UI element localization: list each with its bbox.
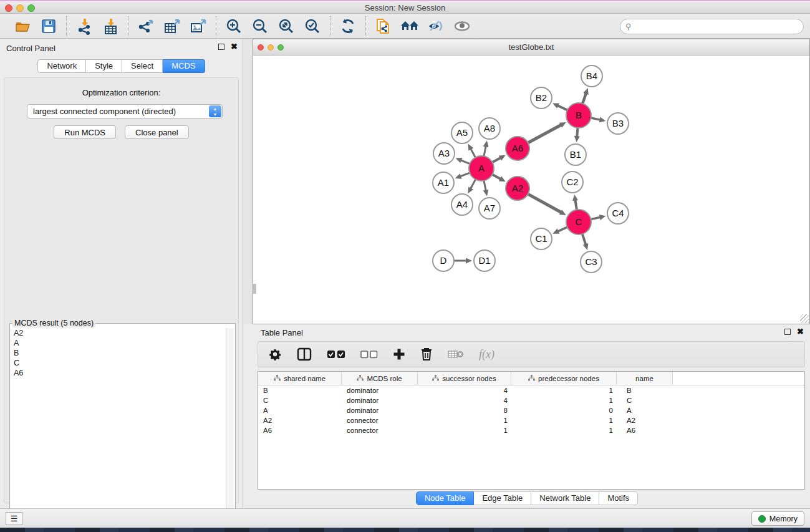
zoom-selected-icon[interactable] [303, 17, 322, 36]
zoom-in-icon[interactable] [224, 17, 243, 36]
delete-table-icon[interactable] [448, 346, 464, 363]
optimization-criterion-select[interactable]: largest connected component (directed) ▲… [27, 104, 223, 118]
result-list-item[interactable]: A6 [11, 368, 226, 378]
select-all-checkboxes-icon[interactable] [327, 346, 345, 363]
table-cell[interactable]: 1 [511, 425, 617, 435]
table-cell[interactable]: A [258, 405, 342, 415]
network-graph[interactable]: AA2A6BCA1A3A4A5A7A8B1B2B3B4C1C2C3C4DD1 [253, 56, 809, 324]
tab-select[interactable]: Select [122, 59, 163, 73]
table-cell[interactable]: connector [342, 425, 418, 435]
graph-edge[interactable] [591, 217, 600, 219]
graph-edge[interactable] [471, 148, 476, 157]
result-list-item[interactable]: C [11, 358, 226, 368]
table-row[interactable]: Cdominator41C [258, 395, 804, 405]
table-cell[interactable]: 1 [511, 385, 617, 395]
canvas-vscroll-thumb[interactable] [253, 284, 256, 294]
memory-button[interactable]: Memory [751, 511, 804, 526]
close-panel-button[interactable]: Close panel [125, 125, 189, 139]
tab-mcds[interactable]: MCDS [163, 59, 205, 73]
table-cell[interactable]: B [258, 385, 342, 395]
graph-edge[interactable] [557, 227, 567, 231]
table-cell[interactable]: 1 [418, 415, 511, 425]
close-panel-icon[interactable]: ✖ [231, 44, 238, 50]
graph-edge[interactable] [582, 234, 586, 244]
refresh-icon[interactable] [339, 17, 357, 36]
home-layout-icon[interactable] [400, 17, 419, 36]
table-cell[interactable]: dominator [342, 385, 418, 395]
graph-edge[interactable] [471, 180, 476, 189]
column-chooser-icon[interactable] [297, 346, 312, 363]
tab-network-table[interactable]: Network Table [531, 491, 599, 505]
column-header-predecessor-nodes[interactable]: predecessor nodes [511, 372, 617, 385]
gear-icon[interactable] [268, 346, 282, 363]
network-from-file-icon[interactable] [374, 17, 393, 36]
graph-edge[interactable] [582, 94, 586, 104]
network-canvas[interactable]: AA2A6BCA1A3A4A5A7A8B1B2B3B4C1C2C3C4DD1 [253, 56, 809, 324]
tab-network[interactable]: Network [37, 59, 86, 73]
column-header-shared-name[interactable]: shared name [258, 372, 342, 385]
table-row[interactable]: A6connector11A6 [258, 425, 804, 435]
graph-edge[interactable] [460, 173, 470, 177]
table-cell[interactable]: A [617, 405, 673, 415]
table-cell[interactable]: 8 [418, 405, 511, 415]
table-cell[interactable]: C [617, 395, 673, 405]
table-cell[interactable]: 4 [418, 385, 511, 395]
network-window-titlebar[interactable]: testGlobe.txt [253, 39, 809, 56]
result-list-item[interactable]: A [11, 338, 226, 348]
resize-grip-icon[interactable] [800, 314, 809, 323]
tab-style[interactable]: Style [86, 59, 122, 73]
import-table-icon[interactable] [101, 17, 120, 36]
table-cell[interactable]: connector [342, 415, 418, 425]
export-table-icon[interactable] [163, 17, 181, 36]
table-cell[interactable]: 4 [418, 395, 511, 405]
table-cell[interactable]: A2 [258, 415, 342, 425]
table-cell[interactable]: A6 [617, 425, 673, 435]
column-header-name[interactable]: name [617, 372, 673, 385]
tab-node-table[interactable]: Node Table [416, 491, 475, 505]
graph-edge[interactable] [528, 125, 561, 143]
task-history-button[interactable]: ☰ [6, 512, 22, 525]
deselect-checkboxes-icon[interactable] [360, 346, 378, 363]
result-scrollbar[interactable] [226, 328, 234, 532]
open-folder-icon[interactable] [13, 17, 32, 36]
table-cell[interactable]: B [617, 385, 673, 395]
graph-edge[interactable] [575, 200, 576, 210]
table-cell[interactable]: 1 [418, 425, 511, 435]
graph-edge[interactable] [484, 181, 486, 191]
graph-edge[interactable] [557, 105, 567, 110]
table-cell[interactable]: dominator [342, 405, 418, 415]
graph-edge[interactable] [461, 160, 470, 164]
float-table-panel-icon[interactable] [784, 329, 791, 335]
table-row[interactable]: A2connector11A2 [258, 415, 804, 425]
export-image-icon[interactable] [189, 17, 208, 36]
graph-edge[interactable] [577, 128, 577, 137]
zoom-fit-icon[interactable] [277, 17, 296, 36]
table-row[interactable]: Bdominator41B [258, 385, 804, 395]
import-network-icon[interactable] [75, 17, 94, 36]
hide-panel-eye-icon[interactable] [427, 17, 445, 36]
run-mcds-button[interactable]: Run MCDS [54, 125, 116, 139]
column-header-successor-nodes[interactable]: successor nodes [418, 372, 511, 385]
graph-edge[interactable] [493, 175, 501, 179]
export-network-icon[interactable] [137, 17, 155, 36]
add-column-icon[interactable] [393, 346, 405, 363]
zoom-out-icon[interactable] [251, 17, 269, 36]
table-cell[interactable]: C [258, 395, 342, 405]
tab-motifs[interactable]: Motifs [599, 491, 638, 505]
delete-column-trash-icon[interactable] [420, 346, 433, 363]
table-cell[interactable]: 1 [511, 395, 617, 405]
column-header-MCDS-role[interactable]: MCDS role [342, 372, 418, 385]
table-cell[interactable]: dominator [342, 395, 418, 405]
function-builder-icon[interactable]: f(x) [479, 346, 494, 363]
table-cell[interactable]: 0 [511, 405, 617, 415]
close-table-panel-icon[interactable]: ✖ [797, 329, 804, 335]
tab-edge-table[interactable]: Edge Table [474, 491, 531, 505]
search-input[interactable] [620, 19, 804, 34]
graph-edge[interactable] [528, 194, 561, 212]
table-cell[interactable]: A2 [617, 415, 673, 425]
graph-edge[interactable] [493, 158, 501, 162]
float-panel-icon[interactable] [218, 44, 224, 50]
graph-edge[interactable] [484, 146, 486, 156]
result-list-item[interactable]: A2 [11, 328, 226, 338]
graph-edge[interactable] [591, 118, 600, 120]
